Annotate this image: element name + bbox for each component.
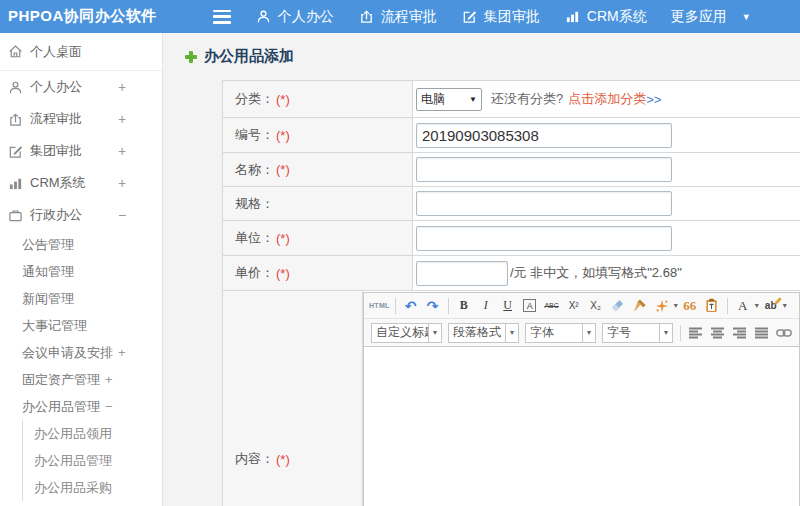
nav-crm-system[interactable]: CRM系统 (565, 8, 647, 26)
name-value-cell (413, 153, 800, 186)
category-select[interactable]: 电脑 ▼ (416, 88, 482, 111)
home-icon (8, 44, 23, 59)
form-row-content: 内容： (*) HTML ↶ ↷ B I U A ABC (223, 291, 800, 506)
hamburger-menu-icon[interactable] (213, 10, 231, 24)
toolbar-separator (395, 298, 396, 314)
nav-group-approval[interactable]: 集团审批 (462, 8, 540, 26)
price-input[interactable] (416, 261, 508, 286)
expand-plus[interactable]: + (118, 143, 126, 159)
form-row-spec: 规格： (223, 187, 800, 221)
unit-input[interactable] (416, 226, 672, 251)
nav-more-apps[interactable]: 更多应用 ▼ (671, 8, 751, 26)
subscript-button[interactable]: X₂ (586, 296, 606, 316)
add-plus-icon (185, 51, 197, 63)
font-color-button[interactable]: A (733, 296, 753, 316)
superscript-button[interactable]: X² (564, 296, 584, 316)
sidebar-item-notices[interactable]: 通知管理 (0, 258, 162, 285)
caret-down-icon: ▾ (506, 323, 519, 343)
category-selected-value: 电脑 (421, 91, 445, 108)
custom-title-dropdown[interactable]: 自定义标题 ▾ (371, 323, 442, 343)
eraser-icon[interactable] (608, 296, 628, 316)
caret-down-icon: ▾ (660, 323, 673, 343)
no-category-hint: 还没有分类? (491, 90, 563, 108)
required-mark: (*) (276, 452, 290, 467)
nav-personal-office[interactable]: 个人办公 (256, 8, 334, 26)
editor-content-area[interactable] (364, 347, 799, 506)
user-icon (8, 80, 23, 95)
sidebar-item-desktop[interactable]: 个人桌面 (0, 33, 162, 71)
sidebar-item-supplies-request[interactable]: 办公用品领用 (23, 420, 162, 447)
sidebar-item-crm[interactable]: CRM系统 + (0, 167, 162, 199)
align-justify-icon[interactable] (752, 323, 772, 343)
sidebar-item-label: 公告管理 (22, 236, 74, 254)
undo-button[interactable]: ↶ (401, 296, 421, 316)
spec-input[interactable] (416, 191, 672, 216)
sidebar-item-announcements[interactable]: 公告管理 (0, 231, 162, 258)
expand-plus[interactable]: + (118, 175, 126, 191)
align-left-icon[interactable] (686, 323, 706, 343)
price-format-hint: /元 非中文，如填写格式"2.68" (510, 264, 682, 282)
sidebar-item-meetings[interactable]: 会议申请及安排 + (0, 339, 162, 366)
sidebar-item-group-approval[interactable]: 集团审批 + (0, 135, 162, 167)
link-icon[interactable] (774, 323, 794, 343)
expand-plus[interactable]: + (118, 111, 126, 127)
caret-down-icon[interactable]: ▾ (755, 301, 759, 310)
nav-process-approval[interactable]: 流程审批 (359, 8, 437, 26)
format-brush-icon[interactable] (630, 296, 650, 316)
expand-plus[interactable]: + (105, 372, 113, 387)
align-right-icon[interactable] (730, 323, 750, 343)
sidebar-item-supplies-manage[interactable]: 办公用品管理 (23, 447, 162, 474)
caret-down-icon[interactable]: ▾ (783, 301, 787, 310)
html-source-button[interactable]: HTML (369, 296, 390, 316)
name-label: 名称： (*) (223, 153, 413, 186)
name-input[interactable] (416, 157, 672, 182)
sidebar-item-admin-office[interactable]: 行政办公 − (0, 199, 162, 231)
sidebar-item-events[interactable]: 大事记管理 (0, 312, 162, 339)
category-label: 分类： (*) (223, 81, 413, 117)
top-navbar: PHPOA协同办公软件 个人办公 流程审批 集团审批 CRM系统 更多应用 ▼ (0, 0, 800, 33)
collapse-minus[interactable]: − (118, 207, 126, 223)
sidebar-item-supplies-purchase[interactable]: 办公用品采购 (23, 474, 162, 501)
supplies-submenu: 办公用品领用 办公用品管理 办公用品采购 (22, 420, 162, 501)
expand-plus[interactable]: + (118, 79, 126, 95)
paragraph-format-dropdown[interactable]: 段落格式 ▾ (448, 323, 519, 343)
caret-down-icon[interactable]: ▾ (674, 301, 678, 310)
spec-value-cell (413, 187, 800, 220)
category-value-cell: 电脑 ▼ 还没有分类? 点击添加分类 >> (413, 81, 800, 117)
price-value-cell: /元 非中文，如填写格式"2.68" (413, 256, 800, 290)
align-center-icon[interactable] (708, 323, 728, 343)
font-size-dropdown[interactable]: 字号 ▾ (602, 323, 673, 343)
sidebar-item-process-approval[interactable]: 流程审批 + (0, 103, 162, 135)
char-border-button[interactable]: A (523, 299, 536, 312)
paste-word-icon[interactable] (702, 296, 722, 316)
sidebar-item-personal-office[interactable]: 个人办公 + (0, 71, 162, 103)
nav-label: 个人办公 (278, 8, 334, 26)
sidebar-item-fixed-assets[interactable]: 固定资产管理 + (0, 366, 162, 393)
caret-down-icon: ▾ (583, 323, 596, 343)
unit-value-cell (413, 221, 800, 255)
highlight-color-button[interactable]: ab (761, 296, 781, 316)
content-value-cell: HTML ↶ ↷ B I U A ABC X² X₂ (363, 291, 800, 506)
expand-plus[interactable]: + (118, 345, 126, 360)
blockquote-button[interactable]: 66 (680, 296, 700, 316)
sidebar-item-news[interactable]: 新闻管理 (0, 285, 162, 312)
add-category-arrows[interactable]: >> (646, 92, 661, 107)
app-logo[interactable]: PHPOA协同办公软件 (8, 7, 157, 26)
redo-button[interactable]: ↷ (423, 296, 443, 316)
sidebar-item-label: 固定资产管理 (22, 371, 100, 389)
autotypeset-icon[interactable] (652, 296, 672, 316)
form-row-code: 编号： (*) (223, 118, 800, 153)
strikethrough-button[interactable]: ABC (542, 296, 562, 316)
italic-button[interactable]: I (476, 296, 496, 316)
sidebar-item-office-supplies[interactable]: 办公用品管理 − (0, 393, 162, 420)
collapse-minus[interactable]: − (105, 399, 113, 414)
underline-button[interactable]: U (498, 296, 518, 316)
sidebar-item-label: 办公用品管理 (34, 452, 112, 470)
briefcase-icon (8, 208, 23, 223)
bold-button[interactable]: B (454, 296, 474, 316)
add-category-link[interactable]: 点击添加分类 (568, 90, 646, 108)
toolbar-separator (727, 298, 728, 314)
sidebar-item-label: 集团审批 (30, 142, 82, 160)
code-input[interactable] (416, 123, 672, 148)
font-family-dropdown[interactable]: 字体 ▾ (525, 323, 596, 343)
